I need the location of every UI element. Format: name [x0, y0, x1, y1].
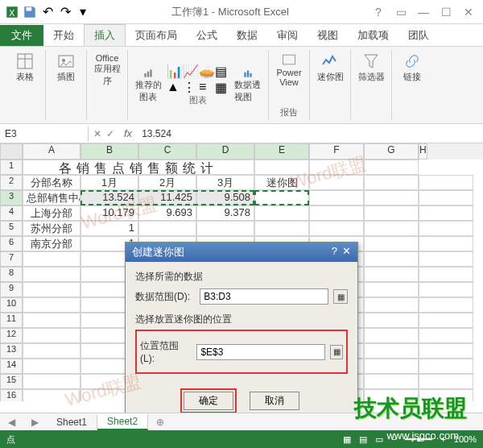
illustrations-button[interactable]: 插图 — [52, 52, 80, 87]
sheet-nav-next[interactable]: ▶ — [23, 417, 47, 428]
row-header[interactable]: 5 — [0, 221, 23, 236]
fx-icon[interactable]: fx — [119, 127, 137, 139]
maximize-icon[interactable]: ☐ — [438, 4, 454, 20]
tab-view[interactable]: 视图 — [308, 25, 348, 46]
cancel-formula-icon[interactable]: ✕ — [93, 128, 101, 139]
svg-rect-2 — [27, 7, 32, 11]
dialog-help-icon[interactable]: ? — [332, 245, 337, 259]
pivot-chart-button[interactable]: 数据透视图 — [234, 68, 262, 103]
tables-button[interactable]: 表格 — [11, 52, 39, 87]
help-icon[interactable]: ? — [370, 4, 386, 20]
redo-icon[interactable]: ↷ — [58, 5, 72, 19]
location-range-label: 位置范围(L): — [140, 339, 192, 364]
view-layout-icon[interactable]: ▤ — [359, 434, 367, 445]
status-mode: 点 — [6, 433, 15, 446]
tab-addin[interactable]: 加载项 — [348, 25, 398, 46]
filters-button[interactable]: 筛选器 — [357, 52, 385, 87]
ribbon-group-charts: 推荐的 图表 📊📈🥧▤ ▲⋮≡▦ 图表 数据透视图 — [128, 50, 269, 120]
svg-rect-8 — [106, 52, 107, 52]
office-apps-button[interactable]: Office 应用程序 — [93, 52, 121, 87]
col-header-c[interactable]: C — [138, 143, 196, 160]
tab-review[interactable]: 审阅 — [267, 25, 308, 46]
col-header-f[interactable]: F — [309, 143, 364, 160]
powerview-button[interactable]: Power View — [275, 52, 303, 87]
tab-file[interactable]: 文件 — [0, 25, 43, 46]
svg-rect-9 — [107, 52, 108, 52]
area-chart-icon[interactable]: ▲ — [167, 80, 181, 94]
col-header-d[interactable]: D — [196, 143, 254, 160]
col-header-g[interactable]: G — [364, 143, 419, 160]
sparklines-button[interactable]: 迷你图 — [316, 52, 344, 87]
url-overlay: www.jsgco.com — [386, 429, 459, 442]
tab-team[interactable]: 团队 — [398, 25, 439, 46]
add-sheet-icon[interactable]: ⊕ — [148, 417, 172, 428]
dialog-close-icon[interactable]: ✕ — [342, 245, 351, 259]
ribbon-group-tables: 表格 — [5, 50, 46, 120]
svg-rect-13 — [147, 71, 149, 77]
bar-chart-icon[interactable]: ▤ — [215, 64, 229, 78]
col-header-b[interactable]: B — [80, 143, 138, 160]
chart-type-grid[interactable]: 📊📈🥧▤ ▲⋮≡▦ — [167, 64, 229, 94]
minimize-icon[interactable]: — — [415, 4, 431, 20]
ribbon-group-illustrations: 插图 — [46, 50, 87, 120]
row-header[interactable]: 3 — [0, 190, 23, 205]
row-header[interactable]: 1 — [0, 160, 23, 175]
data-range-input[interactable] — [200, 288, 328, 305]
tab-layout[interactable]: 页面布局 — [126, 25, 187, 46]
close-icon[interactable]: ✕ — [460, 4, 477, 20]
row-header[interactable]: 4 — [0, 205, 23, 221]
col-header-e[interactable]: E — [254, 143, 309, 160]
ribbon: 表格 插图 Office 应用程序 推荐的 图表 📊📈🥧▤ ▲⋮≡▦ 图表 数据… — [0, 47, 483, 124]
line-chart-icon[interactable]: 📈 — [183, 64, 197, 78]
svg-point-7 — [62, 59, 65, 62]
cell[interactable]: 各销售点销售额统计 — [23, 160, 254, 175]
qat-dropdown-icon[interactable]: ▾ — [76, 5, 90, 19]
range-picker-icon[interactable]: ▦ — [330, 345, 343, 359]
links-button[interactable]: 链接 — [398, 52, 426, 87]
location-range-input[interactable] — [196, 344, 325, 360]
svg-rect-17 — [250, 73, 251, 77]
pie-chart-icon[interactable]: 🥧 — [199, 64, 213, 78]
svg-text:X: X — [9, 7, 14, 17]
formula-input[interactable]: 13.524 — [137, 127, 483, 141]
view-break-icon[interactable]: ▭ — [375, 434, 383, 445]
sheet-tab[interactable]: Sheet2 — [97, 414, 148, 430]
range-picker-icon[interactable]: ▦ — [333, 289, 348, 304]
ok-button[interactable]: 确定 — [184, 392, 233, 410]
svg-rect-12 — [144, 73, 146, 77]
dialog-title: 创建迷你图 — [132, 245, 184, 259]
excel-icon: X — [5, 5, 19, 19]
data-range-label: 数据范围(D): — [135, 290, 195, 304]
ribbon-group-sparklines: 迷你图 — [310, 50, 351, 120]
recommended-charts-button[interactable]: 推荐的 图表 — [134, 68, 162, 103]
stock-chart-icon[interactable]: ≡ — [199, 80, 213, 94]
sheet-nav-prev[interactable]: ◀ — [0, 417, 23, 428]
combo-chart-icon[interactable]: ▦ — [215, 80, 229, 94]
undo-icon[interactable]: ↶ — [40, 5, 55, 19]
scatter-chart-icon[interactable]: ⋮ — [183, 80, 197, 94]
tab-formula[interactable]: 公式 — [187, 25, 227, 46]
svg-rect-18 — [283, 55, 295, 64]
col-header-a[interactable]: A — [23, 143, 80, 160]
ribbon-display-icon[interactable]: ▭ — [393, 4, 409, 20]
accept-formula-icon[interactable]: ✓ — [106, 128, 114, 139]
row-header[interactable]: 6 — [0, 236, 23, 251]
name-box[interactable]: E3 — [0, 127, 89, 141]
title-bar: X ↶ ↷ ▾ 工作簿1 - Microsoft Excel ? ▭ — ☐ ✕ — [0, 0, 483, 24]
cancel-button[interactable]: 取消 — [250, 392, 299, 410]
select-all-corner[interactable] — [0, 143, 23, 160]
view-normal-icon[interactable]: ▦ — [343, 434, 351, 445]
tab-data[interactable]: 数据 — [227, 25, 267, 46]
sheet-tab[interactable]: Sheet1 — [47, 415, 97, 429]
ribbon-group-apps: Office 应用程序 — [87, 50, 128, 120]
tab-home[interactable]: 开始 — [43, 25, 84, 46]
col-header-h[interactable]: H — [419, 143, 427, 160]
save-icon[interactable] — [23, 5, 37, 19]
ribbon-tabs: 文件 开始 插入 页面布局 公式 数据 审阅 视图 加载项 团队 — [0, 24, 483, 47]
svg-rect-14 — [150, 69, 151, 77]
column-chart-icon[interactable]: 📊 — [167, 64, 181, 78]
formula-bar: E3 ✕ ✓ fx 13.524 — [0, 124, 483, 143]
tab-insert[interactable]: 插入 — [84, 24, 126, 46]
row-header[interactable]: 2 — [0, 175, 23, 190]
svg-rect-15 — [244, 72, 246, 77]
